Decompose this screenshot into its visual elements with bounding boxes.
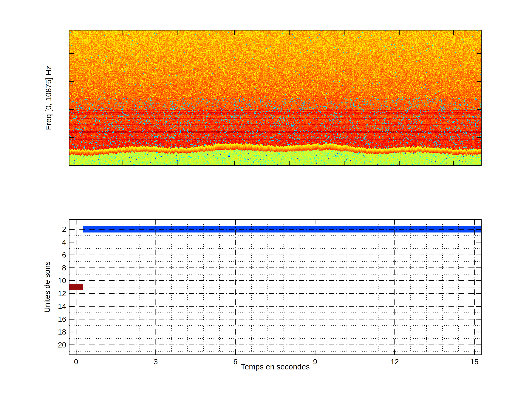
x-tick-label-9: 9 <box>313 358 317 366</box>
x-tick-label-6: 6 <box>233 358 237 366</box>
y-tick-label-2: 2 <box>40 225 66 234</box>
y-tick-label-10: 10 <box>40 277 66 285</box>
y-tick-label-8: 8 <box>40 264 66 272</box>
x-tick-label-0: 0 <box>74 358 78 366</box>
y-tick-label-20: 20 <box>40 341 66 349</box>
y-tick-label-14: 14 <box>40 302 66 310</box>
y-tick-label-4: 4 <box>40 238 66 246</box>
y-tick-label-6: 6 <box>40 251 66 259</box>
timeline-axes <box>69 219 481 355</box>
y-tick-label-16: 16 <box>40 315 66 323</box>
x-tick-label-3: 3 <box>154 358 158 366</box>
x-tick-label-12: 12 <box>391 358 399 366</box>
spectrogram-ylabel: Freq [0, 10875] Hz <box>44 66 53 130</box>
y-tick-label-18: 18 <box>40 328 66 336</box>
figure: Freq [0, 10875] Hz Unites de sons Temps … <box>0 0 532 399</box>
spectrogram-image <box>70 31 481 165</box>
x-tick-label-15: 15 <box>470 358 479 366</box>
spectrogram-axes <box>69 30 481 166</box>
timeline-xlabel: Temps en secondes <box>241 362 310 371</box>
timeline-plot <box>70 220 481 355</box>
y-tick-label-12: 12 <box>40 289 66 298</box>
